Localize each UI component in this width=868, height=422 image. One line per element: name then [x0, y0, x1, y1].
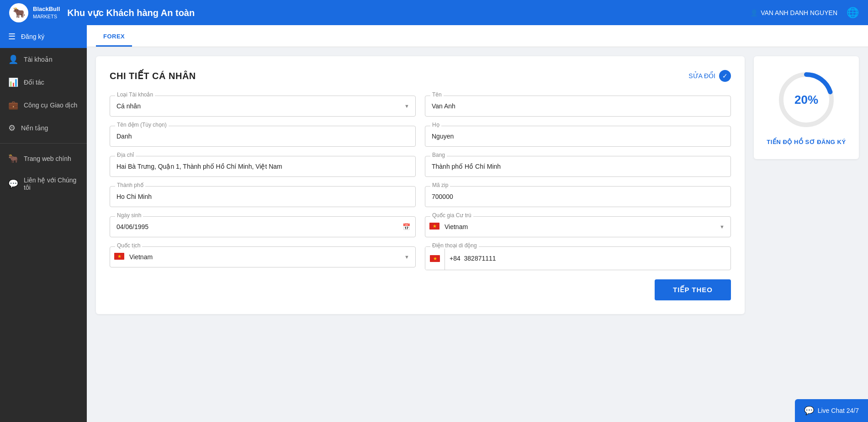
loai-tai-khoan-select[interactable]: Cá nhân	[110, 96, 416, 117]
field-ho: Họ	[425, 126, 731, 147]
sidebar-item-nen-tang[interactable]: ⚙ Nền tảng	[0, 117, 87, 139]
edit-check-icon: ✓	[719, 70, 731, 82]
quoc-gia-cu-tru-select[interactable]: Vietnam	[425, 216, 731, 237]
form-row-3: Địa chỉ Bang	[110, 156, 731, 177]
quoc-tich-select-wrapper: Vietnam	[110, 246, 416, 267]
sidebar-item-tai-khoan[interactable]: 👤 Tài khoản	[0, 48, 87, 71]
user-name-display[interactable]: 👤 VAN ANH DANH NGUYEN	[750, 9, 837, 16]
sidebar-label-doi-tac: Đối tác	[24, 79, 44, 86]
sidebar-label-nen-tang: Nền tảng	[21, 124, 48, 132]
field-ten: Tên	[425, 96, 731, 117]
quoc-gia-select-inner: Vietnam	[425, 216, 731, 237]
form-footer: TIẾP THEO	[110, 279, 731, 300]
form-row-4: Thành phố Mã zip	[110, 186, 731, 207]
sidebar-label-tai-khoan: Tài khoản	[24, 56, 53, 63]
main-layout: ☰ Đăng ký 👤 Tài khoản 📊 Đối tác 💼 Công c…	[0, 25, 868, 422]
header-title: Khu vực Khách hàng An toàn	[67, 7, 195, 18]
live-chat-button[interactable]: 💬 Live Chat 24/7	[795, 399, 868, 422]
doi-tac-icon: 📊	[8, 77, 18, 87]
dien-thoai-input[interactable]	[445, 248, 730, 268]
bang-label: Bang	[430, 152, 447, 158]
header-left: 🐂 BlackBullMARKETS Khu vực Khách hàng An…	[9, 3, 195, 22]
ten-dem-label: Tên đệm (Tùy chọn)	[115, 122, 169, 128]
sidebar: ☰ Đăng ký 👤 Tài khoản 📊 Đối tác 💼 Công c…	[0, 25, 87, 422]
sidebar-label-dang-ky: Đăng ký	[21, 33, 44, 40]
trang-web-icon: 🐂	[8, 154, 18, 164]
quoc-gia-flag	[429, 222, 439, 232]
user-icon: 👤	[750, 9, 758, 16]
tab-forex[interactable]: FOREX	[96, 27, 132, 47]
top-header: 🐂 BlackBullMARKETS Khu vực Khách hàng An…	[0, 0, 868, 25]
form-row-1: Loại Tài khoản Cá nhân Tên	[110, 96, 731, 117]
progress-circle-container: 20%	[777, 70, 836, 129]
field-dia-chi: Địa chỉ	[110, 156, 416, 177]
quoc-tich-select-inner: Vietnam	[110, 246, 416, 267]
dang-ky-icon: ☰	[8, 32, 16, 42]
quoc-gia-select-wrapper: Vietnam	[425, 216, 731, 237]
dia-chi-label: Địa chỉ	[115, 152, 136, 158]
form-row-6: Quốc tịch Vietnam Điện thoại di động	[110, 246, 731, 270]
sidebar-label-lien-he: Liên hệ với Chúng tôi	[24, 176, 79, 191]
edit-label: SỬA ĐỔI	[688, 72, 715, 80]
ma-zip-label: Mã zip	[430, 182, 450, 188]
tai-khoan-icon: 👤	[8, 54, 18, 64]
quoc-tich-flag	[114, 252, 124, 262]
form-row-2: Tên đệm (Tùy chọn) Họ	[110, 126, 731, 147]
sidebar-item-dang-ky[interactable]: ☰ Đăng ký	[0, 25, 87, 48]
logo-text: BlackBullMARKETS	[33, 5, 60, 20]
loai-tai-khoan-select-wrapper: Cá nhân	[110, 96, 416, 117]
quoc-gia-cu-tru-label: Quốc gia Cư trú	[430, 212, 473, 219]
logo-area: 🐂 BlackBullMARKETS	[9, 3, 60, 22]
sidebar-item-lien-he[interactable]: 💬 Liên hệ với Chúng tôi	[0, 170, 87, 198]
ngay-sinh-input[interactable]	[110, 216, 416, 237]
field-ma-zip: Mã zip	[425, 186, 731, 207]
field-quoc-tich: Quốc tịch Vietnam	[110, 246, 416, 270]
form-container: CHI TIẾT CÁ NHÂN SỬA ĐỔI ✓ Loại Tài khoả…	[87, 47, 868, 323]
live-chat-icon: 💬	[804, 406, 814, 416]
live-chat-label: Live Chat 24/7	[818, 407, 859, 414]
content-area: FOREX CHI TIẾT CÁ NHÂN SỬA ĐỔI ✓ Loại Tà…	[87, 25, 868, 422]
thanh-pho-input[interactable]	[110, 186, 416, 207]
field-ngay-sinh: Ngày sinh	[110, 216, 416, 237]
phone-wrapper	[425, 246, 731, 270]
field-bang: Bang	[425, 156, 731, 177]
cong-cu-icon: 💼	[8, 100, 18, 110]
field-thanh-pho: Thành phố	[110, 186, 416, 207]
logo-icon: 🐂	[9, 3, 28, 22]
next-button[interactable]: TIẾP THEO	[655, 279, 731, 300]
bang-input[interactable]	[425, 156, 731, 177]
phone-flag	[425, 247, 445, 270]
sidebar-divider	[0, 143, 87, 144]
quoc-tich-select[interactable]: Vietnam	[110, 246, 416, 267]
language-icon[interactable]: 🌐	[847, 7, 859, 19]
ho-input[interactable]	[425, 126, 731, 147]
form-card: CHI TIẾT CÁ NHÂN SỬA ĐỔI ✓ Loại Tài khoả…	[96, 56, 745, 314]
field-quoc-gia-cu-tru: Quốc gia Cư trú Vietnam	[425, 216, 731, 237]
quoc-tich-label: Quốc tịch	[115, 242, 142, 249]
form-row-5: Ngày sinh Quốc gia Cư trú Vietnam	[110, 216, 731, 237]
dien-thoai-label: Điện thoại di động	[430, 242, 479, 249]
header-right: 👤 VAN ANH DANH NGUYEN 🌐	[750, 7, 859, 19]
field-ten-dem: Tên đệm (Tùy chọn)	[110, 126, 416, 147]
form-title: CHI TIẾT CÁ NHÂN	[110, 70, 196, 81]
ho-label: Họ	[430, 122, 441, 128]
progress-text: TIẾN ĐỘ HỒ SƠ ĐĂNG KÝ	[767, 139, 846, 145]
edit-link[interactable]: SỬA ĐỔI ✓	[688, 70, 731, 82]
sidebar-item-doi-tac[interactable]: 📊 Đối tác	[0, 71, 87, 94]
lien-he-icon: 💬	[8, 179, 18, 189]
ten-label: Tên	[430, 91, 444, 98]
sidebar-item-cong-cu[interactable]: 💼 Công cụ Giao dịch	[0, 94, 87, 117]
ten-dem-input[interactable]	[110, 126, 416, 147]
progress-percent-label: 20%	[794, 93, 818, 107]
sidebar-item-trang-web[interactable]: 🐂 Trang web chính	[0, 147, 87, 170]
ma-zip-input[interactable]	[425, 186, 731, 207]
ngay-sinh-date-wrapper	[110, 216, 416, 237]
progress-card: 20% TIẾN ĐỘ HỒ SƠ ĐĂNG KÝ	[754, 56, 859, 159]
nen-tang-icon: ⚙	[8, 123, 16, 133]
field-loai-tai-khoan: Loại Tài khoản Cá nhân	[110, 96, 416, 117]
field-dien-thoai: Điện thoại di động	[425, 246, 731, 270]
dia-chi-input[interactable]	[110, 156, 416, 177]
tab-bar: FOREX	[87, 25, 868, 47]
ten-input[interactable]	[425, 96, 731, 117]
loai-tai-khoan-label: Loại Tài khoản	[115, 91, 155, 98]
